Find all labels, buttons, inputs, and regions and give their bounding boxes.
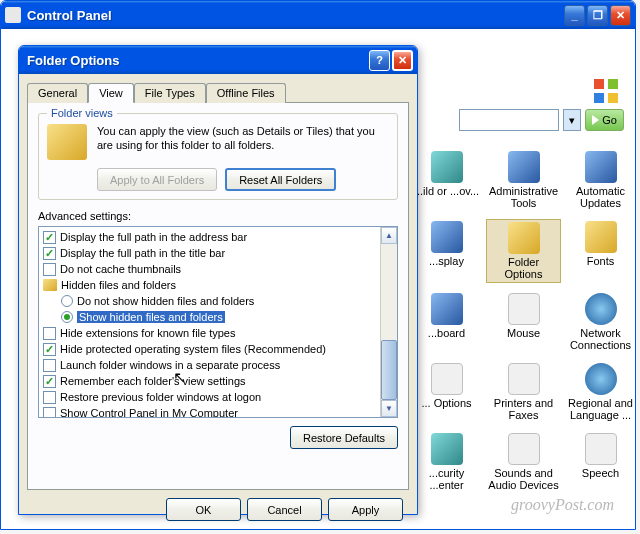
scroll-up-button[interactable]: ▲ — [381, 227, 397, 244]
dialog-close-button[interactable]: ✕ — [392, 50, 413, 71]
reset-all-folders-button[interactable]: Reset All Folders — [225, 168, 336, 191]
cp-item[interactable]: ...board — [409, 291, 484, 353]
tree-item[interactable]: Launch folder windows in a separate proc… — [39, 357, 380, 373]
tab-file-types[interactable]: File Types — [134, 83, 206, 103]
tree-item-label: Display the full path in the title bar — [60, 247, 225, 259]
tab-offline-files[interactable]: Offline Files — [206, 83, 286, 103]
main-title: Control Panel — [27, 8, 564, 23]
scroll-down-button[interactable]: ▼ — [381, 400, 397, 417]
tree-item-label: Remember each folder's view settings — [60, 375, 246, 387]
dialog-button-row: OK Cancel Apply — [19, 498, 417, 531]
tree-content: Display the full path in the address bar… — [39, 227, 380, 417]
restore-defaults-button[interactable]: Restore Defaults — [290, 426, 398, 449]
watermark: groovyPost.com — [511, 496, 614, 514]
dialog-titlebar[interactable]: Folder Options ? ✕ — [19, 46, 417, 74]
minimize-button[interactable]: _ — [564, 5, 585, 26]
address-dropdown[interactable]: ▾ — [563, 109, 581, 131]
cp-item-icon — [431, 293, 463, 325]
address-input[interactable] — [459, 109, 559, 131]
cp-item-icon — [508, 151, 540, 183]
tab-body-view: Folder views You can apply the view (suc… — [27, 102, 409, 490]
cp-item-label: Sounds and Audio Devices — [488, 467, 559, 491]
tree-item[interactable]: Hide protected operating system files (R… — [39, 341, 380, 357]
tree-item[interactable]: Display the full path in the title bar — [39, 245, 380, 261]
cp-item-label: Fonts — [587, 255, 615, 267]
cp-item[interactable]: Folder Options — [486, 219, 561, 283]
tree-item[interactable]: Hide extensions for known file types — [39, 325, 380, 341]
cp-item[interactable]: Fonts — [563, 219, 636, 283]
tree-item[interactable]: Display the full path in the address bar — [39, 229, 380, 245]
radio-icon — [61, 295, 73, 307]
cp-item-label: Administrative Tools — [488, 185, 559, 209]
cancel-button[interactable]: Cancel — [247, 498, 322, 521]
tab-general[interactable]: General — [27, 83, 88, 103]
tree-item[interactable]: Restore previous folder windows at logon — [39, 389, 380, 405]
cp-item[interactable]: Printers and Faxes — [486, 361, 561, 423]
tree-item[interactable]: Do not cache thumbnails — [39, 261, 380, 277]
apply-button[interactable]: Apply — [328, 498, 403, 521]
advanced-settings-tree[interactable]: Display the full path in the address bar… — [38, 226, 398, 418]
cp-item-label: ...splay — [429, 255, 464, 267]
tree-item[interactable]: Show Control Panel in My Computer — [39, 405, 380, 417]
ok-button[interactable]: OK — [166, 498, 241, 521]
scroll-thumb[interactable] — [381, 340, 397, 400]
cp-item[interactable]: ...ild or ...ov... — [409, 149, 484, 211]
cp-item[interactable]: Regional and Language ... — [563, 361, 636, 423]
cp-item-icon — [585, 363, 617, 395]
folder-views-text: You can apply the view (such as Details … — [97, 124, 389, 152]
tree-item-label: Do not show hidden files and folders — [77, 295, 254, 307]
cp-item[interactable]: ...splay — [409, 219, 484, 283]
folder-views-groupbox: Folder views You can apply the view (suc… — [38, 113, 398, 200]
cp-item[interactable]: Speech — [563, 431, 636, 493]
cp-item[interactable]: Sounds and Audio Devices — [486, 431, 561, 493]
windows-logo-icon — [594, 79, 618, 103]
tree-item-label: Launch folder windows in a separate proc… — [60, 359, 280, 371]
cp-item[interactable]: ...curity ...enter — [409, 431, 484, 493]
help-button[interactable]: ? — [369, 50, 390, 71]
cp-item-icon — [431, 433, 463, 465]
checkbox-icon — [43, 247, 56, 260]
cp-item-label: ...ild or ...ov... — [414, 185, 479, 197]
tree-scrollbar[interactable]: ▲ ▼ — [380, 227, 397, 417]
cp-item-icon — [431, 151, 463, 183]
cp-item-icon — [431, 221, 463, 253]
maximize-button[interactable]: ❐ — [587, 5, 608, 26]
main-titlebar[interactable]: Control Panel _ ❐ ✕ — [1, 1, 635, 29]
tree-item-label: Do not cache thumbnails — [60, 263, 181, 275]
tab-strip: GeneralViewFile TypesOffline Files — [27, 83, 409, 103]
tab-view[interactable]: View — [88, 83, 134, 103]
cp-item-label: ... Options — [421, 397, 471, 409]
checkbox-icon — [43, 407, 56, 418]
cp-item-label: Automatic Updates — [565, 185, 636, 209]
tree-item[interactable]: Hidden files and folders — [39, 277, 380, 293]
tree-item[interactable]: Do not show hidden files and folders — [39, 293, 380, 309]
checkbox-icon — [43, 391, 56, 404]
tree-item-label: Hidden files and folders — [61, 279, 176, 291]
folder-views-icon — [47, 124, 87, 160]
cp-item[interactable]: ... Options — [409, 361, 484, 423]
cp-item[interactable]: Mouse — [486, 291, 561, 353]
close-button[interactable]: ✕ — [610, 5, 631, 26]
dialog-title: Folder Options — [27, 53, 367, 68]
scroll-track[interactable] — [381, 244, 397, 260]
cp-item-icon — [585, 293, 617, 325]
go-button[interactable]: Go — [585, 109, 624, 131]
checkbox-icon — [43, 231, 56, 244]
tree-item-label: Hide protected operating system files (R… — [60, 343, 326, 355]
tree-item-label: Hide extensions for known file types — [60, 327, 235, 339]
folder-options-dialog: Folder Options ? ✕ GeneralViewFile Types… — [18, 45, 418, 515]
control-panel-icon-grid: ...ild or ...ov...Administrative ToolsAu… — [409, 149, 636, 493]
folder-icon — [43, 279, 57, 291]
cp-item[interactable]: Automatic Updates — [563, 149, 636, 211]
tree-item[interactable]: Remember each folder's view settings — [39, 373, 380, 389]
radio-icon — [61, 311, 73, 323]
tree-item[interactable]: Show hidden files and folders — [39, 309, 380, 325]
tree-item-label: Show hidden files and folders — [77, 311, 225, 323]
cp-item-icon — [585, 221, 617, 253]
cp-item-label: ...curity ...enter — [411, 467, 482, 491]
cp-item[interactable]: Network Connections — [563, 291, 636, 353]
cp-item[interactable]: Administrative Tools — [486, 149, 561, 211]
cp-item-label: Network Connections — [565, 327, 636, 351]
cp-item-icon — [508, 433, 540, 465]
address-bar: ▾ Go — [459, 109, 624, 131]
